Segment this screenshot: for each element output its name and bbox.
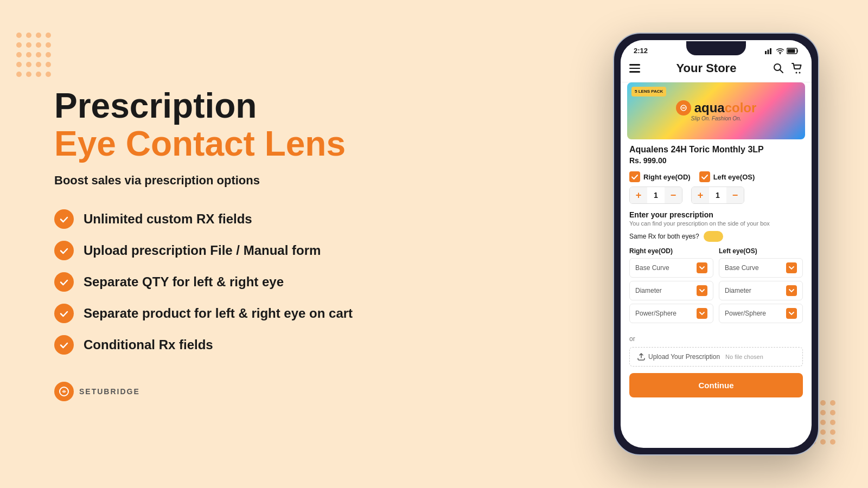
svg-rect-6 bbox=[788, 49, 795, 53]
cart-icon[interactable] bbox=[791, 62, 803, 74]
check-icon-1 bbox=[54, 209, 74, 229]
right-qty-minus[interactable]: − bbox=[665, 187, 682, 203]
left-base-curve-chevron bbox=[786, 262, 797, 273]
subtitle: Boost sales via prescription options bbox=[54, 174, 564, 188]
upload-icon bbox=[637, 353, 645, 361]
check-icon-3 bbox=[54, 272, 74, 292]
left-qty-plus[interactable]: + bbox=[692, 187, 709, 203]
right-power-chevron bbox=[697, 308, 707, 319]
feature-text-3: Separate QTY for left & right eye bbox=[84, 274, 284, 290]
feature-item-3: Separate QTY for left & right eye bbox=[54, 272, 564, 292]
left-base-curve-select[interactable]: Base Curve bbox=[719, 258, 803, 278]
left-eye-label: Left eye(OS) bbox=[713, 173, 755, 181]
product-image-area: 5 LENS PACK aquacolor Slip On. Fashion O… bbox=[627, 82, 805, 139]
right-power-text: Power/Sphere bbox=[635, 310, 676, 317]
rx-col-left: Left eye(OS) Base Curve Diameter bbox=[719, 247, 803, 326]
app-title: Your Store bbox=[676, 61, 737, 75]
left-diameter-text: Diameter bbox=[725, 287, 751, 294]
right-qty-value: 1 bbox=[647, 187, 665, 203]
left-eye-selector[interactable]: Left eye(OS) bbox=[699, 171, 755, 182]
right-diameter-chevron bbox=[697, 285, 707, 296]
decorative-dots-topleft bbox=[16, 33, 51, 77]
phone-notch bbox=[686, 41, 746, 55]
brand-logo-icon bbox=[676, 100, 691, 115]
left-diameter-select[interactable]: Diameter bbox=[719, 281, 803, 300]
rx-col-left-header: Left eye(OS) bbox=[719, 247, 803, 255]
upload-label: Upload Your Prescription bbox=[648, 353, 720, 361]
rx-columns: Right eye(OD) Base Curve Diameter bbox=[629, 247, 803, 326]
feature-text-4: Separate product for left & right eye on… bbox=[84, 306, 353, 321]
svg-rect-3 bbox=[770, 48, 771, 54]
feature-item-1: Unlimited custom RX fields bbox=[54, 209, 564, 229]
right-diameter-select[interactable]: Diameter bbox=[629, 281, 713, 300]
lens-pack-badge: 5 LENS PACK bbox=[631, 87, 666, 97]
logo-area: SETUBRIDGE bbox=[54, 382, 564, 401]
eye-selectors: Right eye(OD) Left eye(OS) bbox=[621, 169, 812, 184]
right-power-select[interactable]: Power/Sphere bbox=[629, 304, 713, 323]
upload-area[interactable]: Upload Your Prescription No file chosen bbox=[629, 347, 803, 367]
right-eye-checkbox[interactable] bbox=[629, 171, 640, 182]
check-icon-2 bbox=[54, 241, 74, 260]
title-line1: Prescription bbox=[54, 87, 564, 125]
check-icon-5 bbox=[54, 335, 74, 355]
svg-rect-1 bbox=[765, 51, 767, 54]
right-qty-plus[interactable]: + bbox=[630, 187, 647, 203]
battery-icon bbox=[787, 48, 799, 54]
feature-item-2: Upload prescription File / Manual form bbox=[54, 241, 564, 260]
left-diameter-chevron bbox=[786, 285, 797, 296]
prescription-title: Enter your prescription bbox=[629, 210, 803, 219]
brand-name: aquacolor bbox=[694, 100, 757, 115]
feature-text-1: Unlimited custom RX fields bbox=[84, 211, 252, 227]
search-icon[interactable] bbox=[773, 62, 784, 74]
feature-item-4: Separate product for left & right eye on… bbox=[54, 304, 564, 323]
right-diameter-text: Diameter bbox=[635, 287, 662, 294]
left-eye-checkbox[interactable] bbox=[699, 171, 710, 182]
phone-screen: 2:12 bbox=[621, 40, 812, 448]
same-rx-row: Same Rx for both eyes? bbox=[629, 231, 803, 242]
continue-button[interactable]: Continue bbox=[629, 373, 803, 397]
prescription-section: Enter your prescription You can find you… bbox=[621, 206, 812, 333]
logo-icon bbox=[54, 382, 74, 401]
left-qty-value: 1 bbox=[709, 187, 726, 203]
left-power-select[interactable]: Power/Sphere bbox=[719, 304, 803, 323]
feature-item-5: Conditional Rx fields bbox=[54, 335, 564, 355]
check-icon-4 bbox=[54, 304, 74, 323]
rx-col-right-header: Right eye(OD) bbox=[629, 247, 713, 255]
right-eye-selector[interactable]: Right eye(OD) bbox=[629, 171, 691, 182]
signal-icon bbox=[765, 48, 774, 54]
header-icons bbox=[773, 62, 803, 74]
svg-point-9 bbox=[799, 72, 800, 74]
right-base-curve-chevron bbox=[697, 262, 707, 273]
right-base-curve-select[interactable]: Base Curve bbox=[629, 258, 713, 278]
svg-point-4 bbox=[780, 53, 781, 54]
product-price: Rs. 999.00 bbox=[629, 156, 803, 165]
upload-btn[interactable]: Upload Your Prescription bbox=[637, 353, 720, 361]
prescription-subtitle: You can find your prescription on the si… bbox=[629, 220, 803, 227]
features-list: Unlimited custom RX fields Upload prescr… bbox=[54, 209, 564, 355]
status-icons bbox=[765, 48, 799, 54]
wifi-icon bbox=[776, 48, 784, 54]
left-qty-control[interactable]: + 1 − bbox=[691, 187, 744, 204]
left-power-text: Power/Sphere bbox=[725, 310, 766, 317]
left-panel: Prescription Eye Contact Lens Boost sale… bbox=[0, 0, 597, 488]
product-info: Aqualens 24H Toric Monthly 3LP Rs. 999.0… bbox=[621, 139, 812, 169]
logo-text: SETUBRIDGE bbox=[79, 387, 140, 396]
right-base-curve-text: Base Curve bbox=[635, 264, 669, 272]
phone-mockup: 2:12 bbox=[613, 33, 819, 455]
feature-text-2: Upload prescription File / Manual form bbox=[84, 243, 321, 258]
hamburger-menu[interactable] bbox=[629, 64, 640, 73]
status-time: 2:12 bbox=[634, 47, 648, 55]
same-rx-toggle[interactable] bbox=[704, 231, 723, 242]
svg-point-7 bbox=[774, 64, 781, 70]
feature-text-5: Conditional Rx fields bbox=[84, 337, 213, 352]
product-name: Aqualens 24H Toric Monthly 3LP bbox=[629, 145, 803, 155]
rx-col-right: Right eye(OD) Base Curve Diameter bbox=[629, 247, 713, 326]
qty-row: + 1 − + 1 − bbox=[621, 184, 812, 206]
right-qty-control[interactable]: + 1 − bbox=[629, 187, 682, 204]
brand-tagline: Slip On. Fashion On. bbox=[691, 115, 742, 121]
same-rx-label: Same Rx for both eyes? bbox=[629, 233, 699, 240]
app-header: Your Store bbox=[621, 57, 812, 82]
upload-filename: No file chosen bbox=[725, 354, 763, 360]
right-eye-label: Right eye(OD) bbox=[643, 173, 691, 181]
left-qty-minus[interactable]: − bbox=[726, 187, 744, 203]
